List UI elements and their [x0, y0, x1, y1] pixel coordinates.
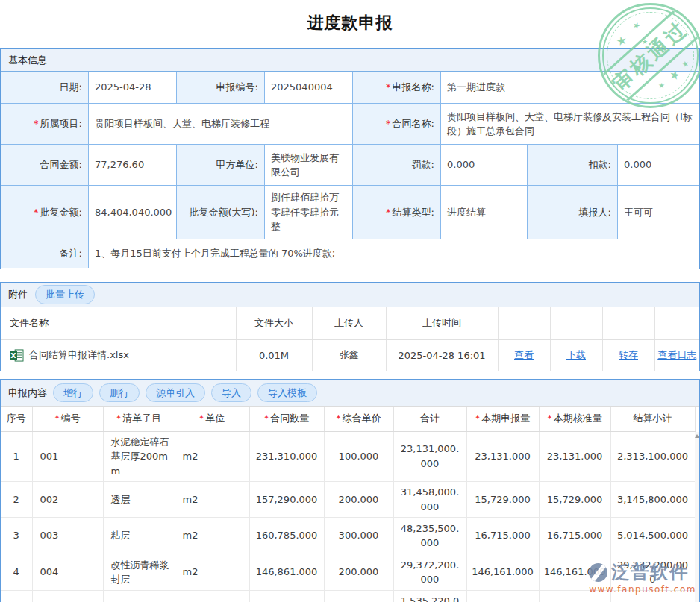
field-label-preparer: 填报人: — [528, 186, 618, 239]
column-header-uploader: 上传人 — [312, 307, 386, 339]
table-cell[interactable]: 3,145,800.000 — [610, 482, 695, 518]
table-cell[interactable]: 48,235,500.000 — [393, 518, 466, 554]
table-cell[interactable]: 23,131.000 — [539, 431, 610, 482]
table-cell[interactable]: 200.000 — [324, 554, 393, 591]
download-link[interactable]: 下载 — [566, 349, 586, 360]
attachments-table: 文件名称 文件大小 上传人 上传时间 — [1, 307, 699, 371]
table-cell[interactable]: 水泥稳定碎石基层厚200mm — [103, 431, 175, 482]
column-header: *本期核准量 — [539, 407, 610, 431]
table-cell[interactable]: 100.000 — [324, 431, 393, 482]
table-cell[interactable]: 160,785.000 — [249, 518, 324, 554]
column-header: *本期申报量 — [466, 407, 539, 431]
column-header: 结算小计 — [610, 407, 695, 431]
column-header: 合计 — [393, 407, 466, 431]
table-cell[interactable]: 005 — [32, 591, 103, 602]
table-cell: 5 — [1, 591, 32, 602]
column-header: *编号 — [32, 407, 103, 431]
table-cell: 3 — [1, 518, 32, 554]
field-value-deduction[interactable]: 0.000 — [618, 145, 699, 186]
table-cell[interactable]: 29,372,200.000 — [393, 554, 466, 591]
required-marker: * — [475, 413, 481, 424]
table-cell[interactable]: 1,535,220.000 — [393, 591, 466, 602]
field-value-contract-amount[interactable]: 77,276.60 — [89, 145, 177, 186]
table-cell[interactable]: 15,729.000 — [466, 482, 539, 518]
table-cell[interactable]: 23,131,000.000 — [393, 431, 466, 482]
table-cell[interactable]: 004 — [32, 554, 103, 591]
star-icon: ★ — [642, 39, 648, 46]
field-value-remark[interactable]: 1、每月15日前支付上个月完成工程总量的 70%进度款; — [89, 239, 699, 268]
table-cell[interactable]: 002 — [32, 482, 103, 518]
source-import-button[interactable]: 源单引入 — [146, 383, 205, 403]
file-name[interactable]: 合同结算申报详情.xlsx — [29, 348, 129, 362]
field-value-party-a[interactable]: 美联物业发展有限公司 — [265, 145, 353, 186]
field-value-penalty[interactable]: 0.000 — [441, 145, 528, 186]
field-value-approved-amount-words[interactable]: 捌仟肆佰肆拾万零肆仟零肆拾元整 — [265, 186, 353, 239]
attachments-section: 附件 批量上传 文件名称 文件大小 上传人 上传时间 — [0, 282, 700, 371]
table-cell[interactable]: m2 — [175, 482, 249, 518]
field-label-settlement-type: *结算类型: — [353, 186, 441, 239]
table-cell: 4 — [1, 554, 32, 591]
table-cell[interactable]: 146,161.000 — [466, 554, 539, 591]
field-value-settlement-type[interactable]: 进度结算 — [441, 186, 528, 239]
field-value-date[interactable]: 2025-04-28 — [89, 72, 177, 104]
vendor-watermark: 泛普软件 www.fanpusoft.com — [589, 560, 696, 595]
import-button[interactable]: 导入 — [211, 383, 251, 403]
vendor-url: www.fanpusoft.com — [589, 584, 696, 595]
table-cell[interactable]: 5,117.400 — [249, 591, 324, 602]
field-value-approved-amount[interactable]: 84,404,040.000 — [89, 186, 177, 239]
table-cell[interactable]: 5,014,500.000 — [610, 518, 695, 554]
required-marker: * — [34, 205, 39, 220]
add-row-button[interactable]: 增行 — [53, 383, 93, 403]
column-header: *综合单价 — [324, 407, 393, 431]
table-cell[interactable]: m2 — [175, 518, 249, 554]
table-cell[interactable]: m3 — [175, 591, 249, 602]
table-cell[interactable]: 片石砼路肩 — [103, 591, 175, 602]
column-header-action — [602, 307, 654, 339]
view-link[interactable]: 查看 — [514, 349, 534, 360]
table-cell[interactable]: 146,861.000 — [249, 554, 324, 591]
table-cell[interactable]: 300.000 — [324, 518, 393, 554]
vendor-name: 泛普软件 — [611, 560, 689, 584]
basic-info-section: 基本信息 日期: 2025-04-28 申报编号: 2025040004 *申报… — [0, 48, 700, 269]
field-value-project[interactable]: 贵阳项目样板间、大堂、电梯厅装修工程 — [89, 104, 353, 145]
table-cell[interactable]: 16,715.000 — [466, 518, 539, 554]
scroll-up-arrow-icon[interactable] — [695, 434, 699, 438]
import-template-button[interactable]: 导入模板 — [257, 383, 317, 403]
column-header-action — [498, 307, 550, 339]
declaration-row: 3003粘层m2160,785.000300.00048,235,500.000… — [1, 518, 695, 554]
field-value-contract-name[interactable]: 贵阳项目样板间、大堂、电梯厅装修及安装工程合同（Ⅰ标段）施工总承包合同 — [441, 104, 699, 145]
basic-info-section-header: 基本信息 — [1, 49, 699, 72]
column-header-upload-time: 上传时间 — [386, 307, 498, 339]
table-cell[interactable]: m2 — [175, 431, 249, 482]
svg-text:X: X — [10, 351, 16, 360]
table-cell[interactable]: 003 — [32, 518, 103, 554]
batch-upload-button[interactable]: 批量上传 — [35, 285, 95, 304]
table-cell[interactable]: m2 — [175, 554, 249, 591]
field-value-preparer[interactable]: 王可可 — [618, 186, 699, 239]
table-cell[interactable]: 23,131.000 — [466, 431, 539, 482]
required-marker: * — [336, 413, 341, 424]
table-cell[interactable]: 改性沥青稀浆封层 — [103, 554, 175, 591]
table-cell[interactable]: 231,310.000 — [249, 431, 324, 482]
delete-row-button[interactable]: 删行 — [99, 383, 140, 403]
table-cell[interactable]: 16,715.000 — [539, 518, 610, 554]
table-cell[interactable]: 31,458,000.000 — [393, 482, 466, 518]
table-cell: 2 — [1, 482, 32, 518]
table-cell[interactable]: 2,313,100.000 — [610, 431, 695, 482]
table-cell[interactable]: 透层 — [103, 482, 175, 518]
field-label-penalty: 罚款: — [353, 145, 441, 186]
table-cell[interactable]: 5,117.400 — [466, 591, 539, 602]
table-cell[interactable]: 粘层 — [103, 518, 175, 554]
required-marker: * — [386, 116, 391, 131]
table-cell[interactable]: 001 — [32, 431, 103, 482]
attachments-header-row: 文件名称 文件大小 上传人 上传时间 — [1, 307, 699, 339]
table-cell[interactable]: 15,729.000 — [539, 482, 610, 518]
table-cell[interactable]: 157,290.000 — [249, 482, 324, 518]
transfer-link[interactable]: 转存 — [619, 349, 638, 360]
view-log-link[interactable]: 查看日志 — [657, 349, 696, 360]
field-value-decl-name[interactable]: 第一期进度款 — [441, 72, 699, 104]
field-label-contract-amount: 合同金额: — [1, 145, 89, 186]
table-cell[interactable]: 300.000 — [324, 591, 393, 602]
table-cell[interactable]: 200.000 — [324, 482, 393, 518]
field-value-decl-no[interactable]: 2025040004 — [265, 72, 353, 104]
